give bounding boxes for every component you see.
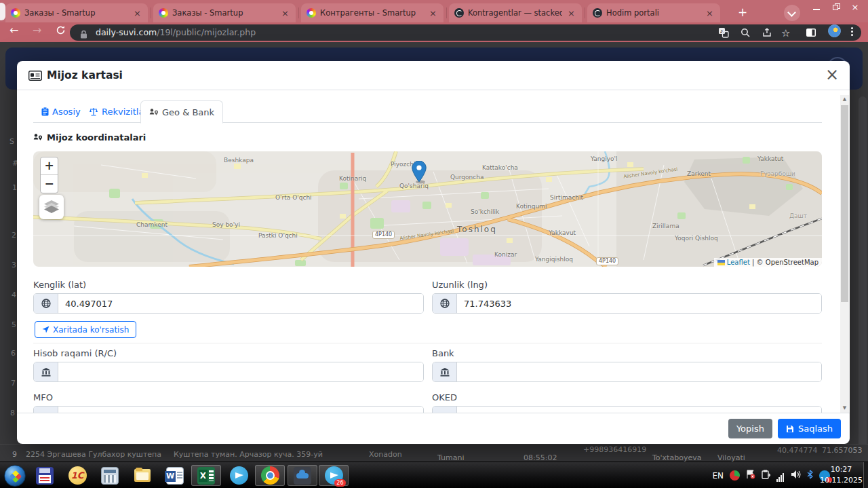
map-place-label: Kotinqumi xyxy=(516,203,547,210)
taskbar-word-app[interactable]: W xyxy=(160,465,190,486)
id-card-icon xyxy=(28,71,42,83)
taskbar-file-explorer-app[interactable] xyxy=(127,465,157,486)
background-table-row: 9 2254 Эргашева Гулбахор куштепа Куштепа… xyxy=(0,444,868,462)
scrollbar-thumb[interactable] xyxy=(841,105,848,302)
tab-title: Контрагенты - Smartup xyxy=(320,8,424,18)
taskbar-telegram-app[interactable] xyxy=(224,465,254,486)
tab-close-icon[interactable]: × xyxy=(428,8,438,18)
bank-icon xyxy=(433,407,457,413)
zoom-out-button[interactable]: − xyxy=(41,175,58,193)
modal-header: Mijoz kartasi × xyxy=(17,61,850,90)
map-marker-icon[interactable] xyxy=(412,161,427,187)
map-place-label: Qurgoncha xyxy=(450,174,484,181)
reload-icon[interactable] xyxy=(56,25,66,38)
oked-input-group xyxy=(432,406,822,413)
address-bar[interactable]: daily-suvi.com/19l/public/mijozlar.php A… xyxy=(70,24,861,41)
map-place-label: Yoqori Qishloq xyxy=(675,235,718,242)
taskbar-calculator-app[interactable] xyxy=(95,465,125,486)
lng-input[interactable] xyxy=(457,294,821,313)
modal-scrollbar[interactable]: ▲ ▼ xyxy=(840,95,849,413)
osm-link[interactable]: © OpenStreetMap xyxy=(757,259,818,266)
show-desktop-button[interactable] xyxy=(863,462,868,488)
row-lng: 71.657053 xyxy=(822,446,863,455)
scroll-up-icon[interactable]: ▲ xyxy=(840,95,849,104)
account-input[interactable] xyxy=(58,362,423,381)
taskbar-chrome-app[interactable] xyxy=(255,465,285,486)
browser-tab-4[interactable]: Kontragentlar — stacked moda × xyxy=(449,3,582,22)
page-scrollbar[interactable] xyxy=(859,96,867,449)
balance-scale-icon xyxy=(89,107,98,116)
modal-body: Asosiy Rekvizitlar Geo & Bank Mijoz koor… xyxy=(17,90,850,413)
map-place-label: Yakkavut xyxy=(549,229,576,236)
row-number: 9 xyxy=(12,450,17,459)
map-place-label: Beshkapa xyxy=(224,157,254,164)
tab-search-chevron-icon[interactable] xyxy=(784,5,800,21)
bluetooth-icon[interactable] xyxy=(807,469,813,482)
row-phone: +998936416919 xyxy=(583,445,646,454)
show-on-map-button[interactable]: Xaritada ko'rsatish xyxy=(35,321,136,338)
tray-date: 10.11.2025 xyxy=(820,475,863,486)
map-attribution: Leaflet | © OpenStreetMap xyxy=(714,258,822,267)
close-window-button[interactable]: × xyxy=(846,2,864,13)
globe-favicon xyxy=(593,8,602,18)
share-icon[interactable] xyxy=(762,27,772,38)
clock[interactable]: 10:27 10.11.2025 xyxy=(820,464,863,486)
new-tab-button[interactable]: + xyxy=(734,5,751,21)
clipboard-update-icon[interactable] xyxy=(762,469,770,482)
bank-input[interactable] xyxy=(457,362,821,381)
tab-close-icon[interactable]: × xyxy=(566,8,576,18)
search-lens-icon[interactable] xyxy=(740,27,751,38)
browser-tab-2[interactable]: Заказы - Smartup × xyxy=(153,3,296,22)
yopish-button[interactable]: Yopish xyxy=(728,419,772,438)
leaflet-link[interactable]: Leaflet xyxy=(727,259,750,266)
antivirus-icon[interactable] xyxy=(730,470,740,481)
bookmark-star-icon[interactable]: ☆ xyxy=(781,27,792,38)
minimize-button[interactable] xyxy=(808,2,826,13)
road-ref-badge: 4P140 xyxy=(596,257,618,265)
browser-tab-5[interactable]: Hodim portali × xyxy=(587,3,720,22)
zoom-in-button[interactable]: + xyxy=(41,157,58,175)
tab-close-icon[interactable]: × xyxy=(132,8,142,18)
url-domain: daily-suvi.com xyxy=(96,27,157,37)
map-zoom-control: + − xyxy=(40,157,58,193)
lat-input[interactable] xyxy=(58,294,423,313)
taskbar-cloud-app[interactable] xyxy=(288,465,317,486)
profile-avatar[interactable] xyxy=(828,24,841,37)
leaflet-map[interactable]: Beshkapa Kotinariq Piyozchilik Kattako'c… xyxy=(33,151,822,267)
network-signal-icon[interactable] xyxy=(776,469,785,482)
taskbar-save-floppy-app[interactable] xyxy=(30,465,60,486)
saqlash-button[interactable]: Saqlash xyxy=(778,419,841,438)
translate-icon[interactable]: A xyxy=(718,27,729,38)
action-center-flag-icon[interactable] xyxy=(746,469,755,482)
back-icon[interactable]: ← xyxy=(9,24,18,37)
lng-input-group xyxy=(432,293,822,314)
browser-tab-1[interactable]: Заказы - Smartup × xyxy=(5,3,148,22)
ghost-row-number: 8 xyxy=(10,409,15,417)
oked-label: OKED xyxy=(432,392,457,402)
modal-close-icon[interactable]: × xyxy=(823,65,842,84)
windows-taskbar: 1С W X xyxy=(0,462,868,488)
language-indicator[interactable]: EN xyxy=(712,471,724,481)
mfo-label: MFO xyxy=(33,392,53,402)
tab-close-icon[interactable]: × xyxy=(280,8,290,18)
ghost-row-number: 5 xyxy=(12,320,16,329)
taskbar-excel-app[interactable]: X xyxy=(191,465,221,486)
taskbar-1c-app[interactable]: 1С xyxy=(62,465,92,486)
taskbar-telegram-badge-app[interactable]: 26 xyxy=(319,465,349,486)
oked-input[interactable] xyxy=(457,407,821,413)
volume-icon[interactable] xyxy=(791,469,801,482)
browser-menu-icon[interactable] xyxy=(850,26,853,37)
side-panel-icon[interactable] xyxy=(806,27,816,38)
mfo-input[interactable] xyxy=(58,407,423,413)
forward-icon[interactable]: → xyxy=(33,24,41,37)
modal-footer: Yopish Saqlash xyxy=(17,413,850,444)
map-layers-button[interactable] xyxy=(39,195,64,219)
browser-tab-3[interactable]: Контрагенты - Smartup × xyxy=(301,3,443,22)
restore-button[interactable] xyxy=(827,2,845,13)
map-users-icon xyxy=(33,133,43,142)
tab-geo-bank[interactable]: Geo & Bank xyxy=(140,100,223,124)
start-button[interactable] xyxy=(4,465,26,487)
tab-close-icon[interactable]: × xyxy=(705,8,715,18)
scroll-down-icon[interactable]: ▼ xyxy=(840,404,849,413)
ghost-row-number: 7 xyxy=(11,379,16,388)
